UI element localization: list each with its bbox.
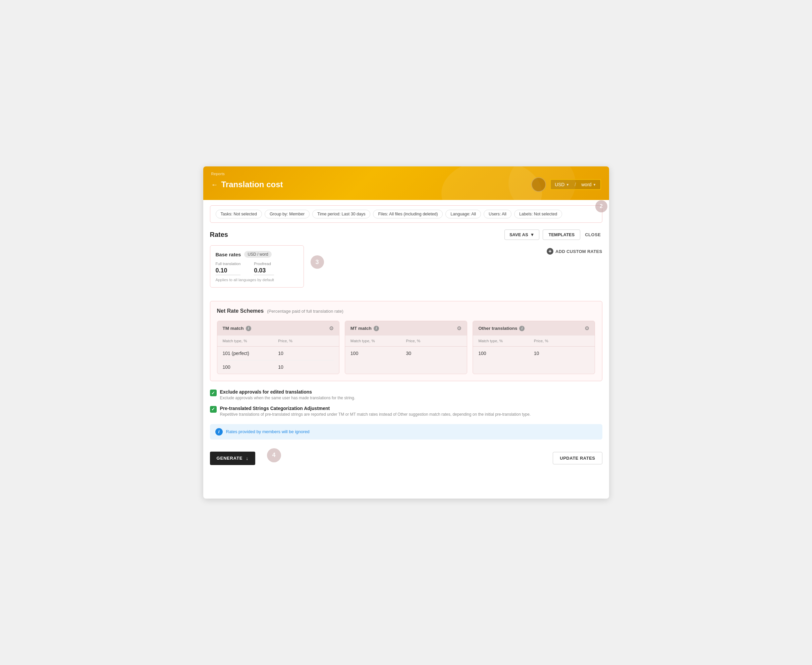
- filter-time-period[interactable]: Time period: Last 30 days: [312, 210, 370, 218]
- checkbox-section: Exclude approvals for edited translation…: [210, 389, 602, 418]
- step-4-badge: 4: [267, 448, 281, 462]
- mt-match-header: MT match i ⚙: [345, 321, 467, 336]
- update-rates-button[interactable]: UPDATE RATES: [553, 452, 602, 464]
- filter-group-by[interactable]: Group by: Member: [265, 210, 310, 218]
- close-button[interactable]: CLOSE: [583, 230, 602, 239]
- net-rate-header: Net Rate Schemes (Percentage paid of ful…: [217, 308, 595, 314]
- checkbox-exclude-approvals-label: Exclude approvals for edited translation…: [220, 389, 602, 395]
- table-row: 100 10: [223, 360, 334, 374]
- add-custom-rates-button[interactable]: + ADD CUSTOM RATES: [547, 248, 602, 255]
- checkbox-exclude-approvals-desc: Exclude approvals when the same user has…: [220, 395, 602, 401]
- page-title: ← Translation cost: [211, 180, 283, 189]
- other-translations-header: Other translations i ⚙: [473, 321, 595, 336]
- filter-labels[interactable]: Labels: Not selected: [514, 210, 562, 218]
- tm-match-card: TM match i ⚙ Match type, % Price, % 101 …: [217, 321, 340, 374]
- base-rates-values: Full translation 0.10 Proofread 0.03: [216, 262, 298, 275]
- filter-tasks[interactable]: Tasks: Not selected: [216, 210, 262, 218]
- save-as-caret-icon: ▼: [530, 232, 534, 237]
- mt-info-icon[interactable]: i: [374, 326, 379, 331]
- checkbox-exclude-approvals-box[interactable]: [210, 390, 217, 396]
- save-as-button[interactable]: SAVE AS ▼: [505, 229, 540, 240]
- full-translation-field: Full translation 0.10: [216, 262, 241, 275]
- rates-actions: SAVE AS ▼ TEMPLATES CLOSE: [505, 229, 602, 240]
- other-col-headers: Match type, % Price, %: [473, 336, 595, 347]
- filter-files[interactable]: Files: All files (including deleted): [373, 210, 443, 218]
- step-3-badge: 3: [310, 256, 324, 269]
- info-banner-text: Rates provided by members will be ignore…: [226, 429, 310, 434]
- tm-info-icon[interactable]: i: [246, 326, 251, 331]
- mt-gear-icon[interactable]: ⚙: [457, 325, 461, 331]
- checkbox-exclude-approvals: Exclude approvals for edited translation…: [210, 389, 602, 401]
- net-rate-section: Net Rate Schemes (Percentage paid of ful…: [210, 301, 602, 381]
- net-rate-subtitle: (Percentage paid of full translation rat…: [267, 309, 343, 314]
- other-info-icon[interactable]: i: [519, 326, 524, 331]
- main-content: Tasks: Not selected Group by: Member Tim…: [203, 200, 609, 472]
- net-rate-cards: TM match i ⚙ Match type, % Price, % 101 …: [217, 321, 595, 374]
- base-rates-card: Base rates USD / word Full translation 0…: [210, 245, 304, 288]
- table-row: 100 10: [478, 347, 589, 360]
- table-row: 101 (perfect) 10: [223, 347, 334, 360]
- checkbox-exclude-approvals-text: Exclude approvals for edited translation…: [220, 389, 602, 401]
- net-rate-title: Net Rate Schemes: [217, 308, 264, 314]
- checkbox-pretranslated-box[interactable]: [210, 406, 217, 413]
- filter-users[interactable]: Users: All: [484, 210, 511, 218]
- tm-rows: 101 (perfect) 10 100 10: [217, 347, 339, 374]
- base-rates-row: Base rates USD / word Full translation 0…: [210, 245, 602, 294]
- applies-text: Applies to all languages by default: [216, 278, 298, 282]
- filters-bar: Tasks: Not selected Group by: Member Tim…: [210, 205, 602, 223]
- checkbox-pretranslated-label: Pre-translated Strings Categorization Ad…: [220, 406, 602, 411]
- base-rates-label: Base rates: [216, 252, 241, 257]
- table-row: 100 30: [351, 347, 461, 360]
- step-2-badge: 2: [595, 200, 608, 212]
- proofread-label: Proofread: [254, 262, 274, 266]
- generate-button[interactable]: GENERATE ↓: [210, 452, 255, 465]
- avatar: [531, 177, 546, 192]
- mt-match-title: MT match i: [351, 326, 379, 331]
- filter-language[interactable]: Language: All: [445, 210, 481, 218]
- checkbox-pretranslated-text: Pre-translated Strings Categorization Ad…: [220, 406, 602, 418]
- mt-match-card: MT match i ⚙ Match type, % Price, % 100 …: [345, 321, 467, 374]
- other-translations-title: Other translations i: [478, 326, 524, 331]
- base-rates-header: Base rates USD / word: [216, 251, 298, 258]
- plus-icon: +: [547, 248, 554, 255]
- rates-header: Rates SAVE AS ▼ TEMPLATES CLOSE: [210, 229, 602, 240]
- currency-divider: /: [573, 182, 577, 187]
- tm-match-header: TM match i ⚙: [217, 321, 339, 336]
- breadcrumb: Reports: [211, 172, 601, 176]
- header-controls: USD ▼ / word ▼: [531, 177, 601, 192]
- tm-col-headers: Match type, % Price, %: [217, 336, 339, 347]
- tm-gear-icon[interactable]: ⚙: [329, 325, 334, 331]
- info-banner: i Rates provided by members will be igno…: [210, 424, 602, 439]
- checkbox-pretranslated: Pre-translated Strings Categorization Ad…: [210, 406, 602, 418]
- tm-match-title: TM match i: [223, 326, 251, 331]
- currency-per[interactable]: word ▼: [577, 180, 600, 189]
- full-translation-value[interactable]: 0.10: [216, 267, 241, 275]
- proofread-field: Proofread 0.03: [254, 262, 274, 275]
- mt-col-headers: Match type, % Price, %: [345, 336, 467, 347]
- currency-unit-caret: ▼: [566, 183, 569, 187]
- currency-unit[interactable]: USD ▼: [551, 180, 573, 189]
- usd-badge: USD / word: [244, 251, 271, 258]
- currency-selector[interactable]: USD ▼ / word ▼: [550, 179, 601, 190]
- other-gear-icon[interactable]: ⚙: [585, 325, 589, 331]
- checkbox-pretranslated-desc: Repetitive translations of pre-translate…: [220, 412, 602, 418]
- full-translation-label: Full translation: [216, 262, 241, 266]
- proofread-value[interactable]: 0.03: [254, 267, 274, 275]
- bottom-bar: GENERATE ↓ 4 UPDATE RATES: [210, 446, 602, 466]
- back-arrow-icon[interactable]: ←: [211, 181, 218, 188]
- generate-down-arrow-icon: ↓: [246, 455, 248, 461]
- other-translations-card: Other translations i ⚙ Match type, % Pri…: [472, 321, 595, 374]
- templates-button[interactable]: TEMPLATES: [543, 229, 580, 240]
- mt-rows: 100 30: [345, 347, 467, 360]
- rates-title: Rates: [210, 231, 228, 239]
- other-rows: 100 10: [473, 347, 595, 360]
- currency-per-caret: ▼: [593, 183, 596, 187]
- info-banner-icon: i: [215, 428, 223, 436]
- app-header: Reports ← Translation cost USD ▼ / word …: [203, 166, 609, 200]
